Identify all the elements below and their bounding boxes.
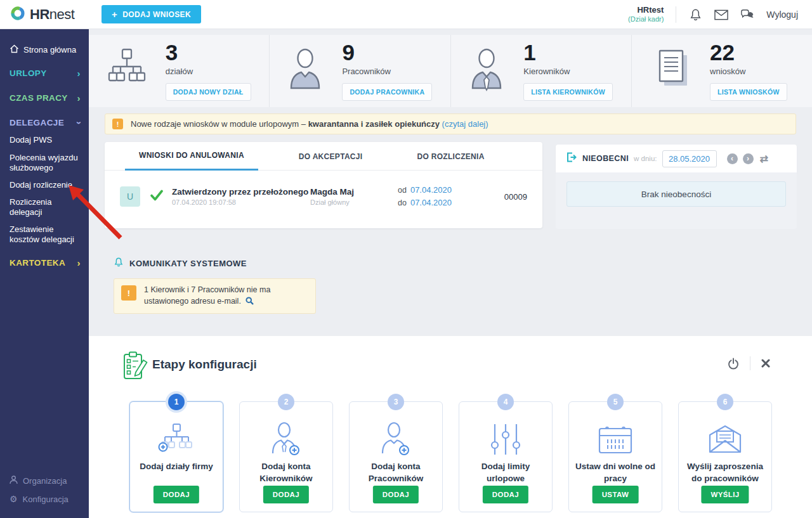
user-name: HRtest	[628, 6, 664, 15]
request-row[interactable]: U Zatwierdzony przez przełożonego 07.04.…	[105, 171, 542, 209]
status-text: Zatwierdzony przez przełożonego	[172, 187, 310, 197]
step-card-4: 4 Dodaj limity urlopowe DODAJ	[459, 401, 553, 512]
org-chart-add-icon	[130, 421, 223, 458]
close-icon[interactable]	[761, 359, 770, 368]
home-icon	[10, 44, 19, 56]
logout-link[interactable]: Wyloguj	[766, 10, 798, 20]
config-steps: 1 Dodaj działy firmy	[129, 401, 772, 512]
step-2-add-button[interactable]: DODAJ	[263, 486, 309, 503]
system-messages-title: KOMUNIKATY SYSTEMOWE	[129, 259, 247, 268]
system-message-alert: ! 1 Kierownik i 7 Pracowników nie ma ust…	[114, 278, 316, 314]
header-divider	[676, 6, 676, 23]
hrnest-dashboard: HRnest + DODAJ WNIOSEK HRtest (Dział kad…	[0, 0, 812, 518]
add-employee-button[interactable]: DODAJ PRACOWNIKA	[342, 83, 432, 101]
stat-value: 9	[342, 41, 354, 63]
step-card-1: 1 Dodaj działy firmy	[129, 401, 223, 512]
hrnest-logo[interactable]: HRnest	[10, 0, 74, 29]
sidebar-item-dodaj-rozliczenie[interactable]: Dodaj rozliczenie	[10, 180, 81, 190]
step-3-add-button[interactable]: DODAJ	[373, 486, 419, 503]
next-day-button[interactable]: ›	[743, 153, 754, 164]
mail-icon[interactable]	[714, 8, 728, 22]
power-toggle-icon[interactable]	[728, 358, 739, 370]
notifications-bell-icon[interactable]	[688, 8, 702, 22]
step-4-add-button[interactable]: DODAJ	[483, 486, 528, 503]
approved-check-icon	[150, 190, 163, 204]
request-status: Zatwierdzony przez przełożonego 07.04.20…	[172, 187, 310, 206]
stat-managers: 1 Kierowników LISTA KIEROWNIKÓW	[451, 35, 632, 107]
absent-date-label: w dniu:	[634, 155, 657, 162]
sidebar-section-delegacje[interactable]: DELEGACJE ›	[10, 118, 81, 129]
swap-arrows-icon[interactable]: ⇄	[760, 153, 768, 165]
stat-label: działów	[166, 67, 193, 76]
chevron-right-icon: ›	[77, 70, 81, 77]
absent-title: NIEOBECNI	[582, 154, 629, 163]
sidebar-item-rozliczenia-delegacji[interactable]: Rozliczenia delegacji	[10, 197, 81, 218]
system-messages-header: KOMUNIKATY SYSTEMOWE	[114, 257, 247, 269]
sidebar-item-zestawienie-kosztow[interactable]: Zestawienie kosztów delegacji	[10, 224, 81, 245]
absent-date-input[interactable]	[662, 150, 717, 167]
stat-departments: 3 działów DODAJ NOWY DZIAŁ	[89, 35, 270, 107]
stat-requests: 22 wniosków LISTA WNIOSKÓW	[632, 35, 812, 107]
chat-icon[interactable]	[740, 8, 754, 22]
request-number: 00009	[504, 192, 527, 202]
config-panel-title: Etapy konfiguracji	[152, 358, 257, 372]
tab-wnioski-do-anulowania[interactable]: WNIOSKI DO ANULOWANIA	[125, 142, 258, 171]
read-more-link[interactable]: (czytaj dalej)	[442, 119, 488, 129]
no-absences-message: Brak nieobecności	[566, 181, 786, 207]
envelope-open-icon	[679, 421, 771, 458]
system-message-text: 1 Kierownik i 7 Pracowników nie ma ustaw…	[144, 284, 308, 308]
info-banner: ! Nowe rodzaje wniosków w module urlopow…	[105, 113, 796, 134]
prev-day-button[interactable]: ‹	[727, 153, 738, 164]
sidebar: Strona główna URLOPY › CZAS PRACY › DELE…	[0, 29, 89, 518]
sidebar-item-konfiguracja[interactable]: ⚙ Konfiguracja	[10, 494, 81, 505]
magnifier-icon[interactable]	[246, 297, 254, 308]
step-title: Dodaj konta Kierowników	[240, 461, 332, 485]
step-1-add-button[interactable]: DODAJ	[154, 486, 199, 503]
status-timestamp: 07.04.2020 19:07:58	[172, 198, 310, 206]
step-5-set-button[interactable]: USTAW	[593, 486, 639, 503]
sidebar-item-dodaj-pws[interactable]: Dodaj PWS	[10, 135, 81, 145]
stat-label: wniosków	[710, 67, 745, 76]
step-card-2: 2 Dodaj konta Kierowników DODAJ	[239, 401, 333, 512]
step-number: 2	[278, 394, 294, 410]
request-person: Magda Maj Dział główny	[310, 187, 398, 206]
sidebar-section-czas-pracy[interactable]: CZAS PRACY ›	[10, 93, 81, 104]
checklist-pencil-icon	[123, 351, 148, 383]
hrnest-logo-icon	[10, 6, 25, 23]
step-card-3: 3 Dodaj konta Pracowników DODAJ	[349, 401, 443, 512]
step-number: 3	[388, 394, 404, 410]
sidebar-item-polecenia-wyjazdu[interactable]: Polecenia wyjazdu służbowego	[10, 153, 81, 174]
tab-do-rozliczenia[interactable]: DO ROZLICZENIA	[403, 142, 498, 171]
person-icon	[287, 48, 323, 94]
person-add-icon	[350, 421, 442, 458]
sidebar-section-kartoteka[interactable]: KARTOTEKA ›	[10, 258, 81, 269]
chevron-right-icon: ›	[77, 260, 81, 266]
add-request-button[interactable]: + DODAJ WNIOSEK	[102, 5, 201, 23]
tab-do-akceptacji[interactable]: DO AKCEPTACJI	[285, 142, 377, 171]
step-6-send-button[interactable]: WYŚLIJ	[701, 486, 749, 503]
sidebar-item-home[interactable]: Strona główna	[10, 44, 81, 56]
stat-value: 1	[523, 41, 535, 63]
requests-list-button[interactable]: LISTA WNIOSKÓW	[710, 83, 787, 101]
request-dates: od07.04.2020 do07.04.2020	[398, 184, 477, 209]
step-title: Wyślij zaproszenia do pracowników	[679, 461, 771, 485]
configuration-panel: Etapy konfiguracji 1	[89, 336, 812, 518]
calendar-icon	[569, 421, 662, 458]
add-department-button[interactable]: DODAJ NOWY DZIAŁ	[166, 83, 251, 101]
plus-icon: +	[112, 9, 117, 20]
main-content: 3 działów DODAJ NOWY DZIAŁ 9 Pracowników…	[89, 29, 812, 518]
date-from[interactable]: 07.04.2020	[410, 185, 452, 195]
current-user[interactable]: HRtest (Dział kadr)	[628, 6, 664, 23]
documents-icon	[657, 49, 691, 93]
sidebar-item-organizacja[interactable]: Organizacja	[10, 476, 81, 487]
sidebar-section-urlopy[interactable]: URLOPY ›	[10, 68, 81, 79]
absent-panel-body: Brak nieobecności	[556, 172, 797, 229]
person-name: Magda Maj	[310, 187, 398, 197]
managers-list-button[interactable]: LISTA KIEROWNIKÓW	[523, 83, 613, 101]
stat-employees: 9 Pracowników DODAJ PRACOWNIKA	[270, 35, 450, 107]
date-to[interactable]: 07.04.2020	[410, 198, 452, 207]
step-number: 1	[168, 394, 185, 410]
warning-icon: !	[112, 119, 123, 129]
bell-icon	[114, 257, 124, 269]
gear-icon: ⚙	[10, 494, 18, 505]
